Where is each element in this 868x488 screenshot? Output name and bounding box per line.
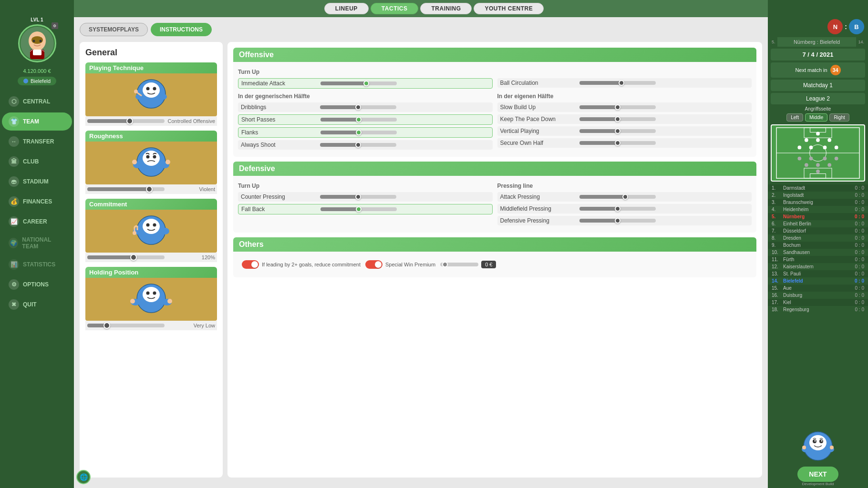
svg-point-45	[146, 87, 150, 91]
defensive-pressing-slider[interactable]	[579, 219, 656, 223]
svg-point-54	[146, 155, 150, 159]
defensive-pressing-row: Defensive Pressing	[497, 216, 752, 225]
attack-pressing-slider[interactable]	[579, 195, 656, 199]
commitment-toggle[interactable]	[242, 260, 259, 269]
svg-point-4	[39, 40, 41, 42]
vertical-playing-slider[interactable]	[579, 129, 656, 133]
svg-point-18	[827, 138, 831, 142]
league-row: 2.Ingolstadt0 : 0	[768, 192, 868, 199]
commitment-slider[interactable]	[87, 255, 165, 259]
svg-point-67	[133, 231, 136, 235]
svg-point-30	[835, 157, 838, 161]
attack-middle-btn[interactable]: Middle	[805, 113, 827, 122]
defensive-pressing-label: Defensive Pressing	[500, 217, 577, 224]
sidebar-item-stadium[interactable]: 🏟 STADIUM	[2, 173, 72, 191]
attack-left-btn[interactable]: Left	[786, 113, 803, 122]
content-row: General Playing Technique	[80, 42, 762, 478]
sidebar-item-career[interactable]: 📈 CAREER	[2, 213, 72, 231]
immediate-attack-row: Immediate Attack	[238, 78, 493, 89]
flanks-slider[interactable]	[320, 131, 397, 134]
sidebar-item-nationalteam[interactable]: 🌍 NATIONAL TEAM	[2, 233, 72, 254]
league-row: 8.Dresden0 : 0	[768, 234, 868, 242]
league-row: 4.Heidenheim0 : 0	[768, 206, 868, 213]
map-button[interactable]: 🌐	[76, 470, 91, 484]
tab-training[interactable]: TRAINING	[420, 3, 472, 14]
keep-pace-slider[interactable]	[579, 117, 656, 121]
tab-systemofplays[interactable]: SYSTEMOFPLAYS	[80, 23, 148, 36]
roughness-slider[interactable]	[87, 187, 165, 191]
euro-slider-track[interactable]	[440, 263, 478, 266]
sidebar-item-finances[interactable]: 💰 FINANCES	[2, 193, 72, 211]
attack-right-btn[interactable]: Right	[829, 113, 849, 122]
slow-build-up-slider[interactable]	[579, 105, 656, 109]
svg-point-48	[159, 94, 167, 100]
sidebar-item-transfer[interactable]: ↔ TRANSFER	[2, 132, 72, 151]
top-navigation: LINEUP TACTICS TRAINING YOUTH CENTRE	[0, 0, 868, 17]
svg-point-19	[797, 146, 801, 150]
others-controls-row: If leading by 2+ goals, reduce commitmen…	[238, 256, 752, 273]
next-button[interactable]: NEXT	[797, 467, 838, 482]
svg-point-33	[809, 435, 827, 450]
defensive-header: Defensive	[233, 162, 756, 176]
dribblings-label: Dribblings	[241, 104, 317, 111]
short-passes-slider[interactable]	[320, 118, 397, 122]
vertical-playing-row: Vertical Playing	[497, 126, 752, 136]
svg-point-16	[805, 138, 808, 142]
holding-position-image	[85, 278, 217, 321]
turn-up-label: Turn Up	[238, 69, 752, 75]
league-row: 16.Duisburg0 : 0	[768, 292, 868, 299]
special-win-toggle-label: Special Win Premium	[385, 262, 435, 267]
keep-pace-row: Keep The Pace Down	[497, 114, 752, 124]
field-preview	[771, 124, 865, 182]
sidebar-item-statistics[interactable]: 📊 STATISTICS	[2, 255, 72, 274]
others-body: If leading by 2+ goals, reduce commitmen…	[233, 252, 756, 277]
league-box: League 2	[771, 93, 865, 104]
immediate-attack-slider[interactable]	[320, 81, 397, 85]
counter-pressing-slider[interactable]	[320, 195, 396, 199]
tab-tactics[interactable]: TACTICS	[371, 3, 419, 14]
playing-technique-slider[interactable]	[87, 119, 165, 123]
attack-buttons-row: Left Middle Right	[771, 113, 865, 122]
tab-youthcentre[interactable]: YOUTH CENTRE	[474, 3, 544, 14]
others-section: Others If leading by 2+ goals, reduce co…	[233, 237, 756, 277]
ball-circulation-slider[interactable]	[579, 81, 656, 85]
svg-point-17	[816, 138, 820, 142]
sidebar-item-options[interactable]: ⚙ OPTIONS	[2, 275, 72, 294]
gegnerischen-label: In der gegnerischen Hälfte	[238, 93, 493, 100]
defensive-body: Turn Up Counter Pressing Fall Back	[233, 176, 756, 233]
svg-point-59	[165, 160, 170, 164]
fall-back-slider[interactable]	[320, 207, 397, 211]
special-win-toggle[interactable]	[365, 260, 382, 269]
roughness-image	[85, 142, 217, 184]
ranking-numbers: 5.	[772, 40, 775, 44]
sidebar-item-team[interactable]: 👕 TEAM	[2, 112, 72, 131]
playing-technique-image	[85, 73, 217, 116]
ranking-number2: 14.	[858, 40, 864, 44]
short-passes-row: Short Passes	[238, 114, 493, 125]
svg-point-70	[143, 287, 160, 302]
team-badge-nurnberg: N	[827, 19, 843, 34]
sidebar-item-central[interactable]: ⬡ CENTRAL	[2, 92, 72, 111]
holding-position-slider[interactable]	[87, 324, 165, 327]
tab-instructions[interactable]: INSTRUCTIONS	[151, 23, 212, 36]
middlefield-pressing-row: Middlefield Pressing	[497, 204, 752, 214]
league-row: 3.Braunschweig0 : 0	[768, 199, 868, 206]
secure-own-half-slider[interactable]	[579, 141, 656, 145]
svg-point-15	[816, 132, 820, 136]
middlefield-pressing-slider[interactable]	[579, 207, 656, 211]
defensive-section: Defensive Turn Up Counter Pressing	[233, 162, 756, 233]
dribblings-slider[interactable]	[320, 105, 396, 109]
sidebar-item-club[interactable]: 🏛 CLUB	[2, 152, 72, 171]
next-match-count: 34	[830, 65, 841, 75]
always-shoot-slider[interactable]	[320, 143, 396, 147]
general-panel: General Playing Technique	[80, 42, 223, 478]
ball-circulation-row: Ball Circulation	[497, 78, 752, 88]
playing-technique-slider-row: Controlled Offensive	[85, 116, 217, 126]
always-shoot-row: Always Shoot	[238, 140, 493, 150]
team-badge: Bielefeld	[18, 77, 56, 85]
league-row: 17.Kiel0 : 0	[768, 299, 868, 306]
svg-point-20	[809, 146, 813, 150]
tab-lineup[interactable]: LINEUP	[324, 3, 369, 14]
euro-value: 0 €	[481, 261, 496, 268]
sidebar-item-quit[interactable]: ✖ QUIT	[2, 295, 72, 314]
